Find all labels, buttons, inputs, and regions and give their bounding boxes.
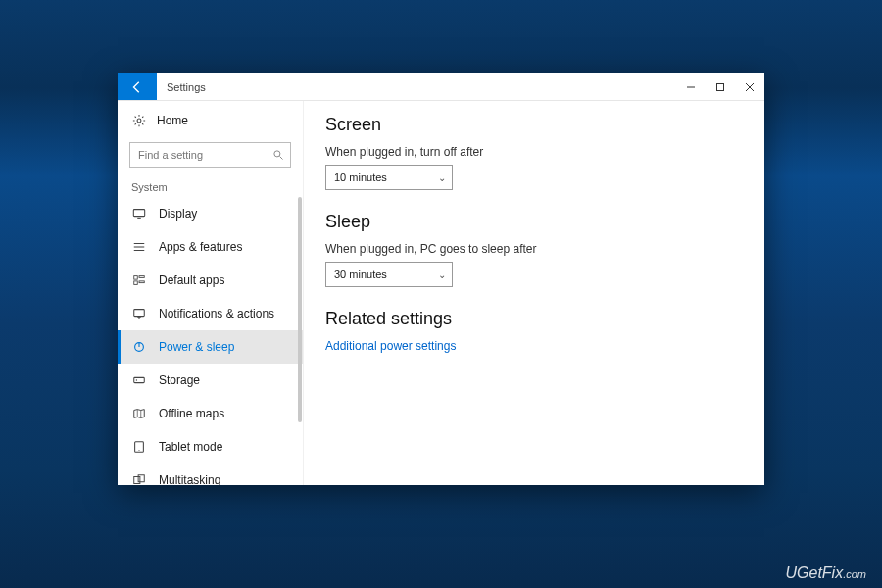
svg-rect-13: [139, 281, 144, 283]
sidebar-item-offline-maps[interactable]: Offline maps: [118, 397, 303, 430]
scroll-thumb[interactable]: [298, 197, 302, 422]
screen-heading: Screen: [325, 115, 743, 135]
svg-point-2: [137, 119, 141, 122]
svg-line-4: [280, 157, 283, 160]
sidebar-item-apps-features[interactable]: Apps & features: [118, 230, 303, 264]
back-button[interactable]: [118, 74, 157, 100]
sidebar-item-default-apps[interactable]: Default apps: [118, 264, 303, 297]
chevron-down-icon: ⌄: [438, 270, 446, 280]
sleep-value: 30 minutes: [334, 269, 387, 280]
window-body: Home Find a setting System Display Apps …: [118, 101, 764, 485]
maximize-icon: [715, 82, 725, 92]
sidebar-item-label: Notifications & actions: [159, 307, 274, 320]
sidebar-category: System: [118, 173, 303, 197]
chevron-down-icon: ⌄: [438, 172, 446, 183]
power-icon: [131, 339, 147, 355]
default-apps-icon: [131, 272, 147, 288]
multitasking-icon: [131, 472, 147, 485]
close-button[interactable]: [735, 74, 764, 100]
sleep-select[interactable]: 30 minutes ⌄: [325, 262, 453, 287]
related-heading: Related settings: [325, 309, 743, 329]
sidebar-item-label: Tablet mode: [159, 440, 222, 454]
sidebar-item-label: Default apps: [159, 273, 224, 287]
additional-power-settings-link[interactable]: Additional power settings: [325, 339, 743, 353]
display-icon: [131, 206, 147, 221]
arrow-left-icon: [130, 80, 144, 94]
sidebar-item-label: Offline maps: [159, 407, 224, 420]
sidebar-nav: Display Apps & features Default apps Not…: [118, 197, 303, 485]
screen-off-label: When plugged in, turn off after: [325, 145, 743, 159]
sidebar-home[interactable]: Home: [118, 105, 303, 136]
maps-icon: [131, 406, 147, 421]
minimize-button[interactable]: [676, 74, 706, 100]
sleep-heading: Sleep: [325, 212, 743, 232]
close-icon: [745, 82, 755, 92]
minimize-icon: [686, 82, 696, 92]
maximize-button[interactable]: [706, 74, 735, 100]
svg-rect-11: [139, 276, 144, 278]
window-controls: [676, 74, 764, 100]
sidebar-item-label: Storage: [159, 373, 200, 387]
sidebar-item-notifications[interactable]: Notifications & actions: [118, 297, 303, 330]
search-container: Find a setting: [118, 136, 303, 173]
notifications-icon: [131, 306, 147, 321]
sidebar-item-label: Apps & features: [159, 240, 242, 254]
search-input[interactable]: Find a setting: [129, 142, 291, 168]
sidebar-item-label: Multitasking: [159, 473, 220, 485]
svg-rect-17: [134, 377, 145, 382]
svg-point-22: [138, 450, 139, 451]
window-title: Settings: [157, 74, 676, 100]
settings-window: Settings Home Find a setting: [118, 74, 764, 485]
watermark-brand: UGetFix: [785, 564, 843, 581]
svg-rect-10: [134, 276, 138, 280]
tablet-icon: [131, 439, 147, 455]
sidebar-item-multitasking[interactable]: Multitasking: [118, 464, 303, 485]
search-icon: [272, 149, 284, 161]
svg-rect-23: [134, 477, 140, 484]
svg-rect-12: [134, 281, 138, 285]
watermark-tld: .com: [843, 568, 866, 580]
titlebar: Settings: [118, 74, 764, 101]
sidebar-item-display[interactable]: Display: [118, 197, 303, 230]
sidebar: Home Find a setting System Display Apps …: [118, 101, 304, 485]
sidebar-item-label: Power & sleep: [159, 340, 234, 354]
screen-off-value: 10 minutes: [334, 172, 387, 183]
sidebar-scrollbar[interactable]: [298, 197, 302, 485]
sidebar-home-label: Home: [157, 114, 188, 127]
sidebar-item-label: Display: [159, 207, 197, 220]
gear-icon: [131, 113, 147, 128]
content-pane: Screen When plugged in, turn off after 1…: [304, 101, 764, 485]
apps-icon: [131, 239, 147, 255]
svg-rect-14: [134, 310, 145, 317]
sleep-label: When plugged in, PC goes to sleep after: [325, 242, 743, 256]
svg-rect-5: [133, 210, 144, 217]
sidebar-item-storage[interactable]: Storage: [118, 364, 303, 397]
sidebar-item-power-sleep[interactable]: Power & sleep: [118, 330, 303, 364]
svg-point-18: [136, 379, 137, 380]
sidebar-item-tablet-mode[interactable]: Tablet mode: [118, 430, 303, 464]
svg-rect-1: [717, 83, 724, 90]
search-placeholder: Find a setting: [138, 149, 203, 161]
svg-rect-24: [138, 475, 144, 482]
watermark: UGetFix.com: [785, 564, 866, 582]
svg-point-3: [274, 151, 280, 157]
storage-icon: [131, 372, 147, 388]
screen-off-select[interactable]: 10 minutes ⌄: [325, 165, 453, 190]
